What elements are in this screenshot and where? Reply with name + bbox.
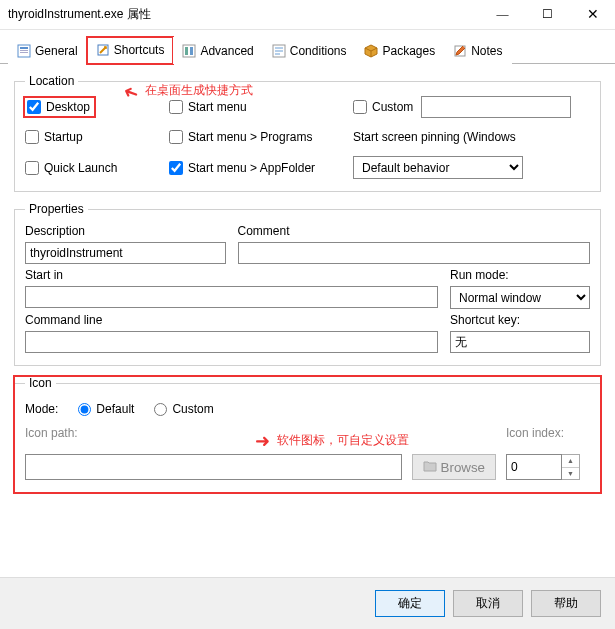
tab-advanced[interactable]: Advanced [173, 37, 262, 64]
maximize-button[interactable]: ☐ [525, 0, 570, 29]
icon-path-label: Icon path: [25, 426, 78, 440]
startmenu-checkbox[interactable] [169, 100, 183, 114]
programs-checkbox-wrap[interactable]: Start menu > Programs [169, 130, 349, 144]
close-button[interactable]: ✕ [570, 0, 615, 29]
icon-index-input [506, 454, 562, 480]
conditions-icon [272, 44, 286, 58]
notes-icon [453, 44, 467, 58]
startup-label: Startup [44, 130, 83, 144]
window-buttons: ― ☐ ✕ [480, 0, 615, 29]
tab-conditions-label: Conditions [290, 44, 347, 58]
ok-button[interactable]: 确定 [375, 590, 445, 617]
icon-mode-label: Mode: [25, 402, 58, 416]
tab-shortcuts-label: Shortcuts [114, 43, 165, 57]
programs-label: Start menu > Programs [188, 130, 312, 144]
svg-rect-6 [185, 47, 188, 55]
startup-checkbox[interactable] [25, 130, 39, 144]
appfolder-checkbox-wrap[interactable]: Start menu > AppFolder [169, 161, 349, 175]
location-legend: Location [25, 74, 78, 88]
tab-notes-label: Notes [471, 44, 502, 58]
svg-rect-2 [20, 50, 28, 51]
help-button[interactable]: 帮助 [531, 590, 601, 617]
location-group: Location ➜ 在桌面生成快捷方式 Desktop Start menu … [14, 74, 601, 192]
general-icon [17, 44, 31, 58]
icon-index-spinner: ▲▼ [562, 454, 580, 480]
desktop-checkbox-wrap[interactable]: Desktop [25, 98, 94, 116]
quicklaunch-label: Quick Launch [44, 161, 117, 175]
advanced-icon [182, 44, 196, 58]
startin-input[interactable] [25, 286, 438, 308]
icon-legend: Icon [25, 376, 56, 390]
tab-packages-label: Packages [382, 44, 435, 58]
svg-rect-1 [20, 47, 28, 49]
tab-conditions[interactable]: Conditions [263, 37, 356, 64]
icon-index-label: Icon index: [506, 426, 564, 440]
runmode-select[interactable]: Normal window [450, 286, 590, 309]
tab-strip: General Shortcuts Advanced Conditions Pa… [0, 30, 615, 64]
browse-button: Browse [412, 454, 496, 480]
icon-mode-default-label: Default [96, 402, 134, 416]
tab-general[interactable]: General [8, 37, 87, 64]
folder-icon [423, 460, 437, 475]
description-label: Description [25, 224, 226, 238]
dialog-buttons: 确定 取消 帮助 [0, 577, 615, 629]
runmode-label: Run mode: [450, 268, 590, 282]
tab-general-label: General [35, 44, 78, 58]
cancel-button[interactable]: 取消 [453, 590, 523, 617]
svg-rect-7 [190, 47, 193, 55]
tab-advanced-label: Advanced [200, 44, 253, 58]
icon-mode-default-radio[interactable] [78, 403, 91, 416]
svg-rect-3 [20, 52, 28, 53]
arrow-icon: ➜ [255, 430, 270, 452]
pinning-select[interactable]: Default behavior [353, 156, 523, 179]
startup-checkbox-wrap[interactable]: Startup [25, 130, 165, 144]
custom-checkbox-wrap[interactable]: Custom [353, 100, 413, 114]
icon-mode-custom-label: Custom [172, 402, 213, 416]
icon-mode-custom-wrap[interactable]: Custom [154, 402, 213, 416]
tab-shortcuts[interactable]: Shortcuts [87, 37, 174, 64]
cmdline-label: Command line [25, 313, 438, 327]
comment-label: Comment [238, 224, 591, 238]
icon-group: Icon Mode: Default Custom ➜ 软件图标，可自定义设置 … [14, 376, 601, 493]
programs-checkbox[interactable] [169, 130, 183, 144]
comment-input[interactable] [238, 242, 591, 264]
appfolder-checkbox[interactable] [169, 161, 183, 175]
pinning-label: Start screen pinning (Windows [353, 130, 590, 144]
tab-notes[interactable]: Notes [444, 37, 511, 64]
tab-content: Location ➜ 在桌面生成快捷方式 Desktop Start menu … [0, 64, 615, 513]
description-input[interactable] [25, 242, 226, 264]
desktop-checkbox[interactable] [27, 100, 41, 114]
custom-label: Custom [372, 100, 413, 114]
appfolder-label: Start menu > AppFolder [188, 161, 315, 175]
icon-mode-default-wrap[interactable]: Default [78, 402, 134, 416]
custom-checkbox[interactable] [353, 100, 367, 114]
svg-rect-5 [183, 45, 195, 57]
minimize-button[interactable]: ― [480, 0, 525, 29]
startmenu-checkbox-wrap[interactable]: Start menu [169, 100, 349, 114]
quicklaunch-checkbox-wrap[interactable]: Quick Launch [25, 161, 165, 175]
startmenu-label: Start menu [188, 100, 247, 114]
shortcuts-icon [96, 43, 110, 57]
shortcutkey-input[interactable] [450, 331, 590, 353]
quicklaunch-checkbox[interactable] [25, 161, 39, 175]
shortcutkey-label: Shortcut key: [450, 313, 590, 327]
properties-group: Properties Description Comment Start in … [14, 202, 601, 366]
startin-label: Start in [25, 268, 438, 282]
titlebar: thyroidInstrument.exe 属性 ― ☐ ✕ [0, 0, 615, 30]
icon-path-input [25, 454, 402, 480]
window-title: thyroidInstrument.exe 属性 [8, 6, 480, 23]
properties-legend: Properties [25, 202, 88, 216]
custom-path-input[interactable] [421, 96, 571, 118]
tab-packages[interactable]: Packages [355, 37, 444, 64]
cmdline-input[interactable] [25, 331, 438, 353]
desktop-annotation: 在桌面生成快捷方式 [145, 82, 253, 99]
packages-icon [364, 44, 378, 58]
desktop-label: Desktop [46, 100, 90, 114]
icon-mode-custom-radio[interactable] [154, 403, 167, 416]
icon-annotation: 软件图标，可自定义设置 [277, 432, 409, 449]
